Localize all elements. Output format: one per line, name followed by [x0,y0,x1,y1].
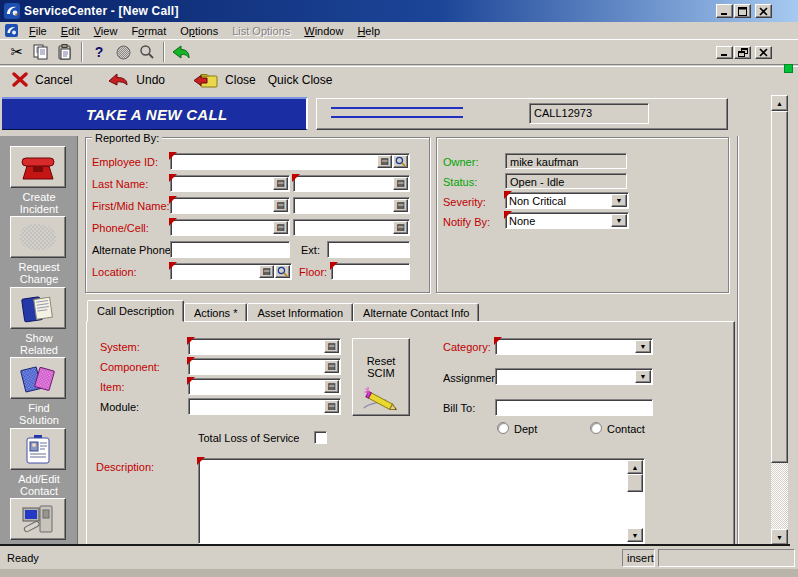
fill-button[interactable]: ▤ [324,400,339,413]
scrollbar-thumb[interactable] [627,474,643,492]
phone-cell-input[interactable] [172,221,272,234]
module-input[interactable] [190,400,323,413]
minimize-button[interactable] [716,4,733,18]
contact-system-button[interactable] [10,498,66,540]
cancel-action[interactable]: Cancel [12,72,72,87]
ext-field[interactable] [327,241,410,258]
menu-window[interactable]: Window [297,24,350,38]
back-button[interactable] [169,41,193,63]
create-incident-button[interactable] [10,146,66,188]
first-mid-name-input-2[interactable] [295,199,392,212]
alternate-phone-input[interactable] [172,243,288,256]
dropdown-arrow-icon[interactable]: ▼ [635,340,651,353]
location-field[interactable]: ▤ [170,263,292,280]
component-input[interactable] [190,360,323,373]
item-field[interactable]: ▤ [188,378,341,395]
fill-button[interactable]: ▤ [377,155,392,168]
employee-id-field[interactable]: ▤ [170,153,410,170]
undo-action[interactable]: Undo [106,72,165,87]
fill-button[interactable]: ▤ [393,199,408,212]
phone-cell-input-2[interactable] [295,221,392,234]
paste-button[interactable] [53,41,77,63]
module-field[interactable]: ▤ [188,398,341,415]
fill-button[interactable]: ▤ [259,265,274,278]
menu-file[interactable]: File [22,24,54,38]
find-button[interactable] [135,41,159,63]
scroll-up-button[interactable]: ▲ [627,460,643,474]
dept-radio[interactable] [497,422,509,434]
ext-input[interactable] [329,243,408,256]
tab-alternate-contact-info[interactable]: Alternate Contact Info [353,303,479,322]
fill-sphere-button[interactable] [111,41,135,63]
find-button[interactable] [275,265,290,278]
call-id-field[interactable]: CALL12973 [529,103,649,124]
item-input[interactable] [190,380,323,393]
add-edit-contact-button[interactable] [10,428,66,470]
menu-format[interactable]: Format [124,24,173,38]
copy-button[interactable] [29,41,53,63]
scrollbar-thumb[interactable] [771,111,788,463]
menu-edit[interactable]: Edit [54,24,87,38]
menu-options[interactable]: Options [173,24,225,38]
fill-button[interactable]: ▤ [324,380,339,393]
last-name-input[interactable] [172,177,272,190]
help-button[interactable]: ? [87,41,111,63]
floor-input[interactable] [333,265,408,278]
show-related-button[interactable] [10,287,66,329]
fill-button[interactable]: ▤ [273,221,288,234]
location-input[interactable] [172,265,258,278]
bill-to-input[interactable] [497,401,651,414]
main-scrollbar[interactable]: ▲ ▼ [771,95,788,545]
scroll-down-button[interactable]: ▼ [627,528,643,542]
fill-button[interactable]: ▤ [324,360,339,373]
description-scrollbar[interactable]: ▲ ▼ [627,460,643,542]
assignment-dropdown[interactable]: ▼ [495,368,653,385]
description-field[interactable]: ▲ ▼ [198,458,645,544]
fill-button[interactable]: ▤ [273,199,288,212]
last-name-input-2[interactable] [295,177,392,190]
tab-actions[interactable]: Actions * [184,303,247,322]
last-name-field[interactable]: ▤ [170,175,290,192]
fill-button[interactable]: ▤ [393,177,408,190]
contact-radio[interactable] [590,422,602,434]
description-textarea[interactable] [200,460,613,542]
floor-field[interactable] [331,263,410,280]
severity-dropdown[interactable]: Non Critical ▼ [505,192,629,209]
find-solution-button[interactable] [10,357,66,399]
phone-cell-field-2[interactable]: ▤ [293,219,410,236]
dropdown-arrow-icon[interactable]: ▼ [611,194,627,207]
request-change-button[interactable] [10,216,66,258]
system-field[interactable]: ▤ [188,338,341,355]
bill-to-field[interactable] [495,399,653,416]
scrollbar-trough[interactable] [771,463,788,529]
quick-close-action[interactable]: Quick Close [268,73,333,87]
maximize-button[interactable] [734,4,751,18]
total-loss-checkbox[interactable] [314,431,327,444]
notify-by-dropdown[interactable]: None ▼ [505,212,629,229]
reset-scim-button[interactable]: Reset SCIM [352,338,410,416]
first-mid-name-field[interactable]: ▤ [170,197,290,214]
close-button[interactable] [755,4,772,18]
component-field[interactable]: ▤ [188,358,341,375]
tab-call-description[interactable]: Call Description [87,300,184,322]
alternate-phone-field[interactable] [170,241,290,258]
employee-id-input[interactable] [172,155,376,168]
dropdown-arrow-icon[interactable]: ▼ [611,214,627,227]
fill-button[interactable]: ▤ [324,340,339,353]
menu-help[interactable]: Help [350,24,387,38]
fill-button[interactable]: ▤ [273,177,288,190]
tab-asset-information[interactable]: Asset Information [247,303,353,322]
close-action[interactable]: Close [193,72,256,88]
menu-view[interactable]: View [87,24,125,38]
category-dropdown[interactable]: ▼ [495,338,653,355]
scroll-up-button[interactable]: ▲ [771,95,788,111]
first-mid-name-input[interactable] [172,199,272,212]
system-input[interactable] [190,340,323,353]
scroll-down-button[interactable]: ▼ [771,529,788,545]
cut-button[interactable]: ✂ [5,41,29,63]
document-icon[interactable] [5,24,18,37]
dropdown-arrow-icon[interactable]: ▼ [635,370,651,383]
last-name-field-2[interactable]: ▤ [293,175,410,192]
first-mid-name-field-2[interactable]: ▤ [293,197,410,214]
find-button[interactable] [393,155,408,168]
